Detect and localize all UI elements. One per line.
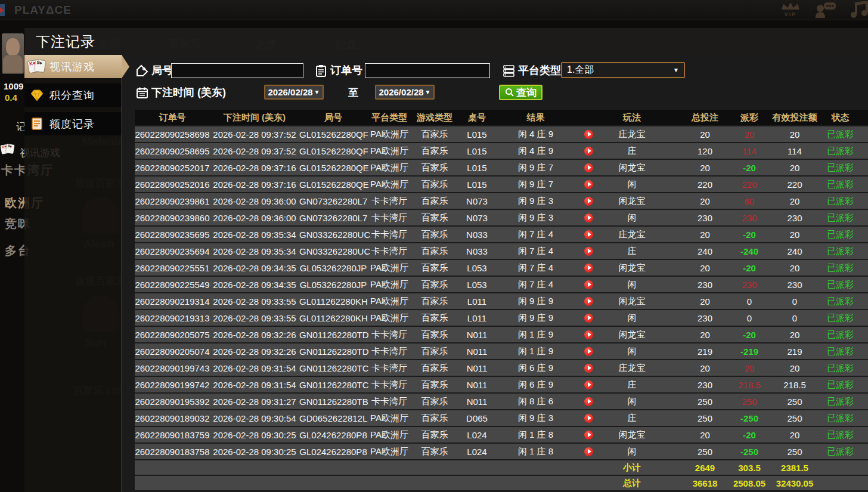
replay-button[interactable] (584, 431, 593, 440)
replay-button[interactable] (584, 197, 593, 206)
cell-valid: 218.5 (771, 380, 818, 390)
replay-button[interactable] (584, 280, 593, 289)
column-header-time: 下注时间 (美东) (210, 112, 299, 123)
replay-button[interactable] (584, 380, 593, 389)
cell-platform: PA欧洲厅 (367, 279, 411, 290)
table-row: 2602280902193142026-02-28 09:33:55GL0112… (135, 293, 868, 309)
modal-title-bar: 下注记录 (24, 28, 868, 55)
cell-game: GN011262280TD (299, 330, 367, 340)
customer-service-icon[interactable] (812, 1, 838, 19)
cell-payout: 218.5 (727, 380, 771, 390)
cell-result: 闲 7 庄 4 (496, 262, 575, 274)
replay-button[interactable] (584, 147, 593, 156)
cell-type: 百家乐 (411, 229, 458, 240)
cell-platform: 卡卡湾厅 (367, 379, 411, 391)
replay-button[interactable] (584, 397, 593, 406)
cell-valid: 20 (771, 230, 818, 240)
cell-valid: 20 (771, 263, 818, 273)
date-to-value: 2026/02/28 (379, 87, 424, 97)
replay-button[interactable] (584, 314, 593, 323)
cell-type: 百家乐 (411, 429, 458, 441)
cell-status: 已派彩 (818, 329, 863, 341)
vip-icon[interactable]: VIP (777, 1, 804, 19)
date-to-select[interactable]: 2026/02/28 ▼ (375, 85, 435, 100)
sidebar-item-label: 视讯游戏 (49, 60, 95, 74)
cell-play (575, 364, 602, 373)
play-icon (588, 416, 591, 420)
cell-result: 闲 9 庄 7 (496, 179, 575, 190)
betting-records-screen: 1009 0.4 记 K♥9♠ 视讯游戏 卡卡湾厅 欧洲厅 竞咪 多台 全部 百… (0, 0, 868, 492)
table-row: 2602280901890322026-02-28 09:30:54GD0652… (135, 410, 868, 426)
replay-button[interactable] (584, 264, 593, 273)
replay-button[interactable] (584, 330, 593, 339)
cell-valid: 20 (771, 430, 818, 440)
cell-total: 219 (683, 346, 727, 357)
sidebar-item-video-games[interactable]: K♥9♠ 视讯游戏 (24, 55, 122, 78)
cell-time: 2026-02-28 09:31:54 (210, 380, 299, 390)
date-from-select[interactable]: 2026/02/28 ▼ (264, 85, 324, 100)
replay-button[interactable] (584, 347, 593, 356)
cell-table: N073 (458, 213, 496, 223)
cell-type: 百家乐 (411, 296, 458, 307)
search-button[interactable]: 查询 (499, 85, 542, 100)
page-title: 下注记录 (36, 28, 868, 55)
cell-payout: -250 (727, 413, 771, 423)
cell-platform: 卡卡湾厅 (367, 363, 411, 374)
table-row: 2602280902050742026-02-28 09:32:26GN0112… (135, 344, 868, 359)
date-range-to-label: 至 (348, 86, 358, 100)
table-row: 2602280901837592026-02-28 09:30:25GL0242… (135, 427, 868, 443)
replay-button[interactable] (584, 447, 593, 456)
replay-button[interactable] (584, 213, 593, 222)
replay-button[interactable] (584, 180, 593, 189)
cell-play (575, 431, 602, 440)
user-avatar[interactable] (2, 33, 24, 74)
play-icon (588, 282, 591, 287)
table-row: 2602280902398612026-02-28 09:36:00GN0732… (135, 193, 868, 209)
cell-game: GL015262280QE (299, 180, 367, 190)
playing-cards-icon: K♥9♠ (28, 60, 46, 74)
cell-time: 2026-02-28 09:30:25 (210, 447, 299, 457)
cell-order: 260228090252016 (135, 180, 210, 190)
cell-bet: 庄 (602, 146, 662, 157)
play-icon (588, 299, 591, 304)
replay-button[interactable] (584, 230, 593, 239)
platform-type-select[interactable]: 1.全部 ▼ (561, 62, 685, 78)
platform-type-value: 1.全部 (567, 64, 594, 76)
column-header-result: 结果 (496, 112, 575, 123)
cell-game: GL011262280KH (299, 296, 367, 307)
replay-button[interactable] (584, 247, 593, 256)
music-icon[interactable] (847, 1, 868, 19)
column-header-type: 游戏类型 (411, 112, 458, 123)
cell-game: GN073262280L7 (299, 196, 367, 206)
cell-platform: 卡卡湾厅 (367, 229, 411, 240)
sidebar-item-credit-records[interactable]: 额度记录 (24, 112, 122, 135)
cell-payout: -240 (727, 246, 771, 256)
order-no-input[interactable] (365, 63, 490, 78)
sidebar-item-points-query[interactable]: 积分查询 (24, 83, 122, 107)
cell-type: 百家乐 (411, 279, 458, 290)
cell-result: 闲 1 庄 9 (496, 346, 575, 357)
cell-bet: 闲 (602, 212, 662, 224)
cell-bet: 闲 (602, 346, 662, 357)
cell-platform: PA欧洲厅 (367, 296, 411, 307)
cell-game: GN033262280UC (299, 246, 367, 256)
cell-time: 2026-02-28 09:32:26 (210, 330, 299, 340)
cell-total: 20 (683, 330, 727, 340)
points-value: 0.4 (5, 92, 17, 103)
cell-valid: 20 (771, 163, 818, 173)
play-icon (588, 232, 591, 237)
cell-play (575, 264, 602, 273)
replay-button[interactable] (584, 297, 593, 306)
cell-time: 2026-02-28 09:34:35 (210, 263, 299, 273)
replay-button[interactable] (584, 130, 593, 139)
chevron-down-icon: ▼ (673, 67, 679, 73)
game-no-input[interactable] (171, 63, 303, 78)
cell-payout: 20 (727, 363, 771, 373)
replay-button[interactable] (584, 414, 593, 423)
replay-button[interactable] (584, 163, 593, 172)
table-row: 2602280902520162026-02-28 09:37:16GL0152… (135, 177, 868, 192)
cell-bet: 闲 (602, 396, 662, 407)
cell-result: 闲 9 庄 9 (496, 312, 575, 324)
cell-bet: 闲 (602, 279, 662, 290)
replay-button[interactable] (584, 364, 593, 373)
